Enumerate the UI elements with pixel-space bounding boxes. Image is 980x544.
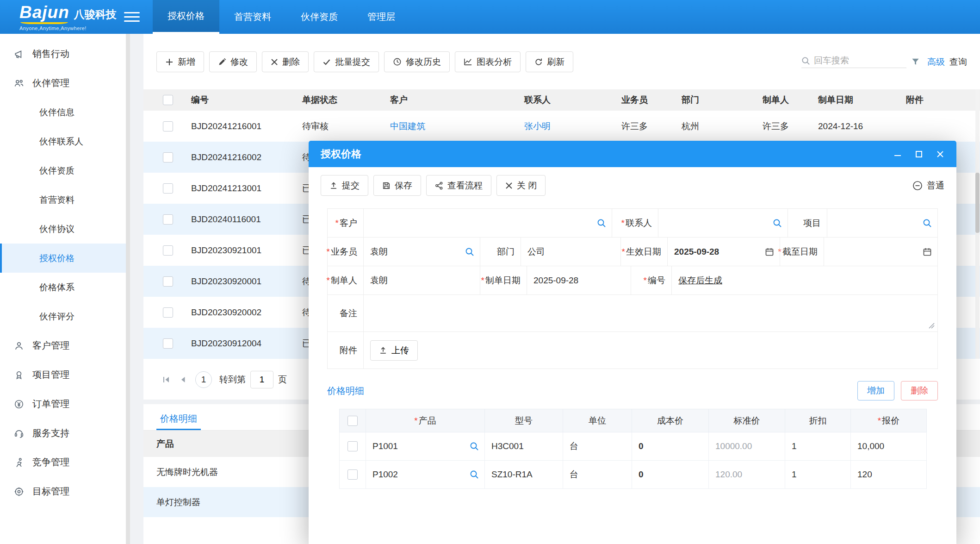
sidebar-item-partner-mgmt[interactable]: 伙伴管理 <box>0 69 130 98</box>
add-row-button[interactable]: 增加 <box>857 381 894 400</box>
col-product[interactable]: 产品 <box>143 431 296 457</box>
row-checkbox[interactable] <box>163 276 173 287</box>
customer-input[interactable] <box>370 218 591 228</box>
col-discount[interactable]: 折扣 <box>785 409 851 432</box>
tab-management[interactable]: 管理层 <box>353 0 410 34</box>
add-button[interactable]: 新增 <box>156 51 204 72</box>
contact-input[interactable] <box>665 218 767 228</box>
cell-discount[interactable]: 1 <box>785 461 851 489</box>
contact-link[interactable]: 张小明 <box>524 121 551 131</box>
sidebar-item-competition-mgmt[interactable]: 竞争管理 <box>0 448 130 477</box>
calendar-icon[interactable] <box>765 247 774 256</box>
save-button[interactable]: 保存 <box>373 175 421 196</box>
edit-button[interactable]: 修改 <box>209 51 257 72</box>
calendar-icon[interactable] <box>923 247 932 256</box>
select-all-checkbox[interactable] <box>347 416 358 426</box>
sidebar-subitem-partner-contacts[interactable]: 伙伴联系人 <box>0 127 130 156</box>
col-quote[interactable]: *报价 <box>851 409 927 432</box>
sidebar-subitem-price-system[interactable]: 价格体系 <box>0 273 130 302</box>
advanced-search-link[interactable]: 高级 <box>927 56 945 68</box>
delete-row-button[interactable]: 删除 <box>901 381 938 400</box>
row-checkbox[interactable] <box>163 183 173 194</box>
hamburger-menu-icon[interactable] <box>124 0 140 34</box>
prev-page-icon[interactable] <box>179 375 188 384</box>
col-number[interactable]: 编号 <box>183 89 294 111</box>
refresh-button[interactable]: 刷新 <box>526 51 573 72</box>
chart-analysis-button[interactable]: 图表分析 <box>455 51 521 72</box>
col-cost[interactable]: 成本价 <box>632 409 709 432</box>
row-checkbox[interactable] <box>163 121 173 131</box>
sidebar-item-project-mgmt[interactable]: 项目管理 <box>0 360 130 389</box>
col-product[interactable]: *产品 <box>366 409 485 432</box>
delete-button[interactable]: 删除 <box>262 51 309 72</box>
project-input[interactable] <box>834 218 917 228</box>
col-create-date[interactable]: 制单日期 <box>810 89 898 111</box>
tab-authorized-price[interactable]: 授权价格 <box>153 0 219 34</box>
close-icon[interactable] <box>936 150 944 158</box>
table-row[interactable]: BJD20241216001 待审核 中国建筑 张小明 许三多 杭州 许三多 2… <box>143 111 980 142</box>
col-attachment[interactable]: 附件 <box>898 89 980 111</box>
row-checkbox[interactable] <box>163 245 173 256</box>
row-checkbox[interactable] <box>163 307 173 318</box>
tab-first-camp-data[interactable]: 首营资料 <box>219 0 286 34</box>
row-checkbox[interactable] <box>163 338 173 349</box>
sidebar-subitem-partner-agreement[interactable]: 伙伴协议 <box>0 214 130 244</box>
table-scrollbar[interactable] <box>975 89 980 359</box>
effective-date-input[interactable] <box>674 247 759 257</box>
goto-page-input[interactable] <box>250 371 273 388</box>
col-creator[interactable]: 制单人 <box>754 89 810 111</box>
col-customer[interactable]: 客户 <box>382 89 516 111</box>
sidebar-subitem-partner-qualification[interactable]: 伙伴资质 <box>0 156 130 185</box>
cell-quote[interactable]: 120 <box>851 461 927 489</box>
customer-link[interactable]: 中国建筑 <box>390 121 425 131</box>
sidebar-item-sales-action[interactable]: 销售行动 <box>0 39 130 69</box>
current-page[interactable]: 1 <box>195 371 212 388</box>
search-icon[interactable] <box>470 470 479 479</box>
sidebar-scrollbar[interactable] <box>126 34 130 544</box>
upload-button[interactable]: 上传 <box>370 340 418 361</box>
tab-price-detail[interactable]: 价格明细 <box>156 409 201 430</box>
batch-submit-button[interactable]: 批量提交 <box>314 51 379 72</box>
filter-icon[interactable] <box>911 57 920 66</box>
row-checkbox[interactable] <box>347 469 358 480</box>
salesman-input[interactable] <box>370 247 459 257</box>
col-unit[interactable]: 单位 <box>563 409 632 432</box>
cell-cost[interactable]: 0 <box>632 461 709 489</box>
detail-table-row[interactable]: P1001 H3C001 台 0 10000.00 1 10,000 <box>340 432 927 461</box>
col-model[interactable]: 型号 <box>485 409 563 432</box>
sidebar-item-service-support[interactable]: 服务支持 <box>0 419 130 448</box>
cell-discount[interactable]: 1 <box>785 432 851 461</box>
sidebar-subitem-authorized-price[interactable]: 授权价格 <box>0 244 130 273</box>
view-flow-button[interactable]: 查看流程 <box>426 175 491 196</box>
sidebar-subitem-partner-rating[interactable]: 伙伴评分 <box>0 302 130 331</box>
col-standard[interactable]: 标准价 <box>709 409 785 432</box>
row-checkbox[interactable] <box>163 152 173 163</box>
col-status[interactable]: 单据状态 <box>294 89 382 111</box>
dialog-header[interactable]: 授权价格 <box>309 141 956 167</box>
search-icon[interactable] <box>923 219 932 228</box>
edit-history-button[interactable]: 修改历史 <box>384 51 450 72</box>
detail-table-row[interactable]: P1002 SZ10-R1A 台 0 120.00 1 120 <box>340 461 927 489</box>
close-button[interactable]: 关 闭 <box>496 175 546 196</box>
sidebar-item-customer-mgmt[interactable]: 客户管理 <box>0 331 130 360</box>
remark-textarea[interactable] <box>364 295 937 331</box>
maximize-icon[interactable] <box>915 150 923 158</box>
row-checkbox[interactable] <box>163 214 173 225</box>
col-dept[interactable]: 部门 <box>673 89 754 111</box>
end-date-input[interactable] <box>831 247 917 257</box>
select-all-checkbox[interactable] <box>163 95 173 105</box>
tab-partner-qualification[interactable]: 伙伴资质 <box>286 0 353 34</box>
sidebar-item-target-mgmt[interactable]: 目标管理 <box>0 477 130 506</box>
col-contact[interactable]: 联系人 <box>516 89 613 111</box>
search-input[interactable] <box>814 56 906 66</box>
cell-cost[interactable]: 0 <box>632 432 709 461</box>
query-link[interactable]: 查询 <box>949 56 967 68</box>
first-page-icon[interactable] <box>162 375 171 384</box>
col-salesman[interactable]: 业务员 <box>613 89 673 111</box>
sidebar-item-order-mgmt[interactable]: 订单管理 <box>0 389 130 419</box>
minimize-icon[interactable] <box>893 150 902 158</box>
cell-quote[interactable]: 10,000 <box>851 432 927 461</box>
mode-toggle[interactable]: 普通 <box>912 180 944 192</box>
search-icon[interactable] <box>773 219 782 228</box>
sidebar-subitem-first-camp-data[interactable]: 首营资料 <box>0 185 130 214</box>
